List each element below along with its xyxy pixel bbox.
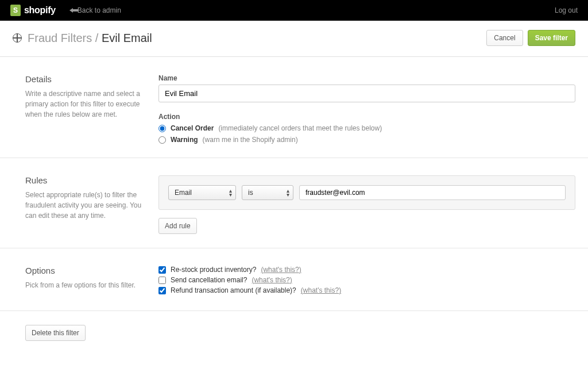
details-desc: Write a descriptive name and select a pr… [25, 89, 147, 120]
option-send-email-row: Send cancellation email? what's this? [158, 276, 575, 284]
send-email-label: Send cancellation email? [171, 276, 247, 284]
whats-this-link[interactable]: what's this? [301, 286, 341, 294]
rule-value-input[interactable] [299, 185, 566, 200]
action-cancel-row: Cancel Order (immediately cancel orders … [158, 124, 575, 132]
globe-icon [13, 33, 22, 43]
name-label: Name [158, 74, 575, 82]
breadcrumb-separator: / [95, 32, 99, 44]
topbar: shopify Back to admin Log out [0, 0, 588, 21]
details-body: Name Action Cancel Order (immediately ca… [158, 74, 575, 144]
restock-checkbox[interactable] [158, 266, 166, 274]
rules-title: Rules [25, 175, 147, 185]
options-body: Re-stock product inventory? what's this?… [158, 266, 575, 297]
action-warning-name: Warning [171, 136, 198, 144]
options-title: Options [25, 266, 147, 275]
chevron-up-down-icon: ▴▾ [229, 189, 232, 197]
logout-link[interactable]: Log out [555, 6, 578, 14]
details-title: Details [25, 74, 147, 84]
shopify-bag-icon [10, 5, 21, 16]
arrow-left-icon [69, 8, 73, 13]
save-filter-button[interactable]: Save filter [528, 30, 575, 46]
action-block: Action Cancel Order (immediately cancel … [158, 113, 575, 144]
cancel-button[interactable]: Cancel [486, 30, 523, 46]
rules-panel: Email ▴▾ is ▴▾ [158, 175, 575, 210]
options-section: Options Pick from a few options for this… [0, 248, 588, 311]
options-desc: Pick from a few options for this filter. [25, 280, 147, 290]
details-sidebar: Details Write a descriptive name and sel… [25, 74, 158, 144]
filter-name-input[interactable] [158, 85, 575, 102]
rules-section: Rules Select appropriate rule(s) to filt… [0, 158, 588, 248]
rules-desc: Select appropriate rule(s) to filter the… [25, 190, 147, 221]
topbar-left: shopify Back to admin [10, 5, 121, 16]
back-to-admin-link[interactable]: Back to admin [69, 6, 121, 14]
page-header: Fraud Filters / Evil Email Cancel Save f… [0, 21, 588, 57]
action-warning-radio[interactable] [158, 136, 166, 144]
action-cancel-name: Cancel Order [171, 124, 214, 132]
rules-sidebar: Rules Select appropriate rule(s) to filt… [25, 175, 158, 234]
chevron-up-down-icon: ▴▾ [287, 189, 289, 197]
refund-label: Refund transaction amount (if available)… [171, 286, 296, 294]
rule-comparator-value: is [248, 189, 253, 197]
action-cancel-hint: (immediately cancel orders that meet the… [218, 124, 382, 132]
details-section: Details Write a descriptive name and sel… [0, 57, 588, 158]
rule-comparator-select[interactable]: is ▴▾ [242, 185, 293, 200]
whats-this-link[interactable]: what's this? [252, 276, 292, 284]
action-cancel-radio[interactable] [158, 125, 166, 132]
rule-row: Email ▴▾ is ▴▾ [168, 185, 566, 200]
option-refund-row: Refund transaction amount (if available)… [158, 286, 575, 294]
rule-field-select[interactable]: Email ▴▾ [168, 185, 236, 200]
rule-field-value: Email [175, 189, 192, 197]
delete-filter-button[interactable]: Delete this filter [25, 325, 86, 341]
breadcrumb-parent[interactable]: Fraud Filters [28, 32, 92, 44]
brand-name: shopify [24, 5, 56, 16]
whats-this-link[interactable]: what's this? [261, 266, 301, 274]
delete-section: Delete this filter [0, 311, 588, 355]
action-label: Action [158, 113, 575, 121]
options-sidebar: Options Pick from a few options for this… [25, 266, 158, 297]
refund-checkbox[interactable] [158, 287, 166, 294]
option-restock-row: Re-stock product inventory? what's this? [158, 266, 575, 274]
breadcrumb-text: Fraud Filters / Evil Email [28, 32, 152, 45]
content: Details Write a descriptive name and sel… [0, 57, 588, 355]
send-email-checkbox[interactable] [158, 277, 166, 284]
header-buttons: Cancel Save filter [486, 30, 575, 46]
breadcrumb-current: Evil Email [102, 32, 152, 44]
shopify-logo[interactable]: shopify [10, 5, 56, 16]
back-label: Back to admin [78, 6, 121, 14]
breadcrumb: Fraud Filters / Evil Email [13, 32, 152, 45]
restock-label: Re-stock product inventory? [171, 266, 256, 274]
rules-body: Email ▴▾ is ▴▾ Add rule [158, 175, 575, 234]
add-rule-button[interactable]: Add rule [158, 218, 197, 234]
action-warning-row: Warning (warn me in the Shopify admin) [158, 136, 575, 144]
action-warning-hint: (warn me in the Shopify admin) [203, 136, 298, 144]
